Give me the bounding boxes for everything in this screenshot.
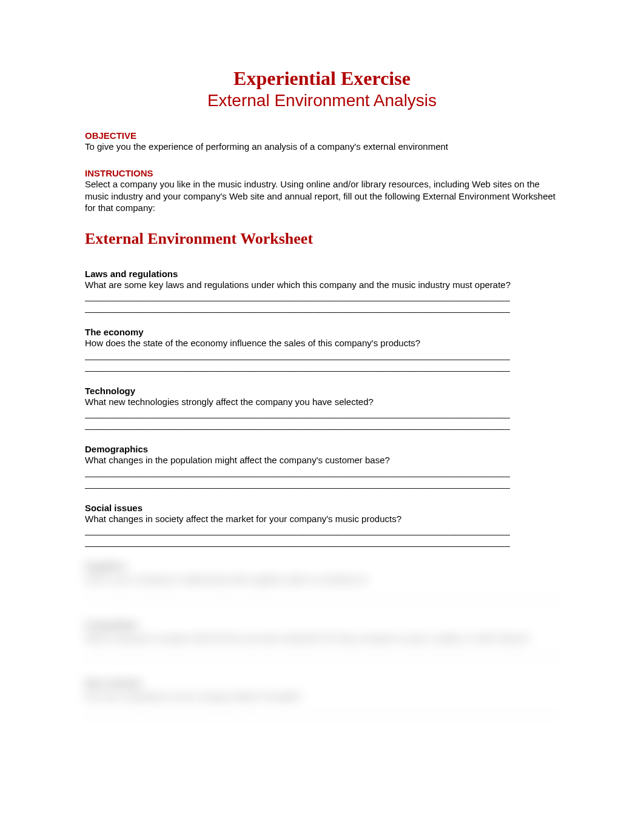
- objective-text: To give you the experience of performing…: [85, 141, 559, 153]
- section-heading: The economy: [85, 327, 559, 337]
- worksheet-section: Social issues What changes in society af…: [85, 503, 559, 548]
- objective-label: OBJECTIVE: [85, 130, 559, 141]
- section-heading: Demographics: [85, 444, 559, 454]
- worksheet-section: Demographics What changes in the populat…: [85, 444, 559, 489]
- answer-line[interactable]: ________________________________________…: [85, 478, 559, 489]
- answer-line[interactable]: ________________________________________…: [85, 525, 559, 536]
- answer-line[interactable]: ________________________________________…: [85, 302, 559, 314]
- answer-line[interactable]: ________________________________________…: [85, 419, 559, 431]
- answer-line[interactable]: ________________________________________…: [85, 536, 559, 548]
- answer-line[interactable]: ________________________________________…: [85, 466, 559, 478]
- section-heading: Technology: [85, 386, 559, 396]
- answer-line[interactable]: ________________________________________…: [85, 349, 559, 361]
- blurred-text: What companies compete with the firm you…: [85, 632, 559, 645]
- blurred-lines: [85, 648, 559, 665]
- blurred-heading: Competition: [85, 620, 559, 630]
- title-main: Experiential Exercise: [85, 67, 559, 90]
- instructions-text: Select a company you like in the music i…: [85, 178, 559, 214]
- blurred-heading: Suppliers: [85, 561, 559, 571]
- section-heading: Social issues: [85, 503, 559, 513]
- blurred-text: How is your company's relationship with …: [85, 574, 559, 586]
- worksheet-section: The economy How does the state of the ec…: [85, 327, 559, 372]
- answer-line[interactable]: ________________________________________…: [85, 361, 559, 372]
- section-question: What new technologies strongly affect th…: [85, 396, 559, 408]
- section-question: What are some key laws and regulations u…: [85, 279, 559, 291]
- instructions-label: INSTRUCTIONS: [85, 168, 559, 178]
- worksheet-section: Technology What new technologies strongl…: [85, 386, 559, 431]
- answer-line[interactable]: ________________________________________…: [85, 290, 559, 302]
- section-question: What changes in society affect the marke…: [85, 513, 559, 525]
- blurred-heading: New entrants: [85, 678, 559, 688]
- section-heading: Laws and regulations: [85, 269, 559, 279]
- blurred-lines: [85, 706, 559, 723]
- blurred-content: Suppliers How is your company's relation…: [85, 561, 559, 723]
- blurred-text: Are new competitors to the company likel…: [85, 691, 559, 703]
- section-question: What changes in the population might aff…: [85, 454, 559, 466]
- blurred-lines: [85, 589, 559, 606]
- section-question: How does the state of the economy influe…: [85, 337, 559, 349]
- worksheet-section: Laws and regulations What are some key l…: [85, 269, 559, 314]
- worksheet-title: External Environment Worksheet: [85, 230, 559, 248]
- title-sub: External Environment Analysis: [85, 90, 559, 112]
- answer-line[interactable]: ________________________________________…: [85, 407, 559, 419]
